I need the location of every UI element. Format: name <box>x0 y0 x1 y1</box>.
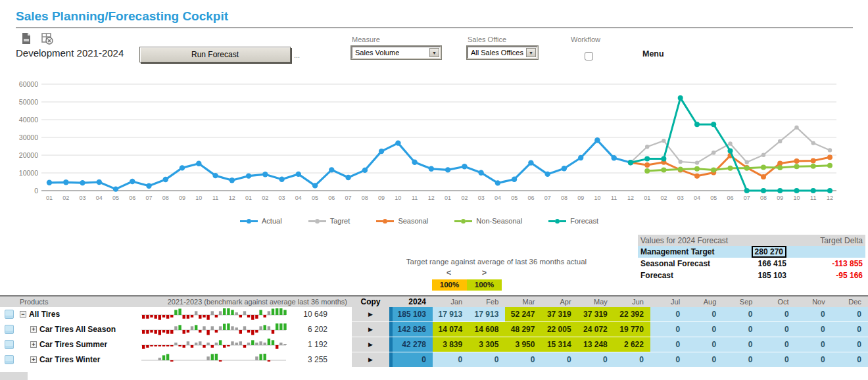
month-value-cell-mar[interactable]: 0 <box>505 352 541 367</box>
collapse-toggle[interactable]: − <box>20 311 26 318</box>
month-value-cell-jul[interactable]: 0 <box>650 337 687 352</box>
month-value-cell-feb[interactable]: 3 305 <box>469 337 505 352</box>
month-value-cell-feb[interactable]: 17 913 <box>469 307 505 321</box>
data-point <box>429 166 434 172</box>
chevron-down-icon[interactable]: ▼ <box>429 48 439 57</box>
less-than-arrow[interactable]: < <box>446 268 451 277</box>
sheet-icon[interactable] <box>5 310 14 319</box>
document-icon[interactable] <box>20 32 32 45</box>
forecast-row-value[interactable]: 280 270 <box>739 247 786 256</box>
month-value-cell-dec[interactable]: 0 <box>832 352 868 367</box>
copy-button[interactable]: ▶ <box>352 352 389 367</box>
chevron-down-icon[interactable]: ▼ <box>526 48 536 57</box>
month-value-cell-feb[interactable]: 14 608 <box>469 322 505 337</box>
month-value-cell-nov[interactable]: 0 <box>796 322 832 337</box>
month-value-cell-aug[interactable]: 0 <box>687 322 723 337</box>
forecast-panel-title: Values for 2024 Forecast <box>640 236 728 245</box>
month-value-cell-dec[interactable]: 0 <box>832 307 868 321</box>
month-value-cell-jul[interactable]: 0 <box>650 352 687 367</box>
sheet-icon[interactable] <box>5 325 14 334</box>
sheet-icon[interactable] <box>5 340 14 349</box>
month-value-cell-feb[interactable]: 0 <box>469 352 505 367</box>
legend-label: Actual <box>262 217 282 225</box>
month-value-cell-sep[interactable]: 0 <box>723 322 759 337</box>
month-value-cell-apr[interactable]: 0 <box>541 352 577 367</box>
measure-select[interactable]: Sales Volume ▼ <box>351 46 441 59</box>
month-value-cell-apr[interactable]: 37 319 <box>541 307 577 321</box>
month-value-cell-jan[interactable]: 0 <box>433 352 469 367</box>
month-value-cell-sep[interactable]: 0 <box>723 307 759 321</box>
data-point <box>478 170 483 176</box>
target-range-lower-cell[interactable]: 100% <box>432 279 467 291</box>
forecast-row-value[interactable]: 166 415 <box>739 259 786 268</box>
month-value-cell-jun[interactable]: 2 622 <box>614 337 650 352</box>
copy-button[interactable]: ▶ <box>352 307 389 321</box>
month-value-cell-jan[interactable]: 17 913 <box>433 307 469 321</box>
x-axis-tick: 03 <box>80 195 86 201</box>
expand-toggle[interactable]: + <box>30 356 37 363</box>
month-value-cell-jan[interactable]: 3 839 <box>433 337 469 352</box>
year-total-cell[interactable]: 42 278 <box>389 337 433 352</box>
month-value-cell-nov[interactable]: 0 <box>796 307 832 321</box>
month-value-cell-nov[interactable]: 0 <box>796 352 832 367</box>
target-range-upper-cell[interactable]: 100% <box>467 279 502 291</box>
sheet-icon[interactable] <box>5 355 14 364</box>
run-forecast-button[interactable]: Run Forecast <box>139 47 291 62</box>
planning-table-header: Products 2021-2023 (benchmark against av… <box>0 295 868 307</box>
month-value-cell-apr[interactable]: 15 314 <box>541 337 577 352</box>
month-value-cell-nov[interactable]: 0 <box>796 337 832 352</box>
copy-button[interactable]: ▶ <box>352 337 389 352</box>
data-point <box>711 122 716 127</box>
data-point <box>745 160 749 164</box>
sparkline-cell <box>140 337 289 352</box>
month-value-cell-sep[interactable]: 0 <box>723 352 759 367</box>
expand-toggle[interactable]: + <box>30 341 37 348</box>
month-value-cell-oct[interactable]: 0 <box>759 352 795 367</box>
month-value-cell-may[interactable]: 0 <box>578 352 614 367</box>
workflow-checkbox[interactable] <box>585 52 593 60</box>
month-value-cell-oct[interactable]: 0 <box>759 322 795 337</box>
month-value-cell-mar[interactable]: 52 247 <box>505 307 541 321</box>
month-value-cell-mar[interactable]: 3 950 <box>505 337 541 352</box>
x-axis-tick: 05 <box>312 195 318 201</box>
month-value-cell-may[interactable]: 24 072 <box>578 322 614 337</box>
expand-toggle[interactable]: + <box>30 326 37 333</box>
x-axis-tick: 12 <box>428 195 435 201</box>
month-value-cell-mar[interactable]: 48 297 <box>505 322 541 337</box>
selected-cell[interactable]: 280 270 <box>752 246 786 258</box>
year-header: 2024 <box>389 297 433 307</box>
greater-than-arrow[interactable]: > <box>482 268 487 277</box>
month-value-cell-jun[interactable]: 22 392 <box>614 307 650 321</box>
year-total-cell[interactable]: 185 103 <box>389 307 433 321</box>
sales-office-select[interactable]: All Sales Offices ▼ <box>467 46 538 59</box>
year-total-cell[interactable]: 0 <box>389 352 433 367</box>
forecast-row-value[interactable]: 185 103 <box>739 271 786 280</box>
month-value-cell-may[interactable]: 13 248 <box>578 337 614 352</box>
table-delete-icon[interactable] <box>41 32 53 45</box>
data-point <box>794 126 798 130</box>
month-value-cell-jul[interactable]: 0 <box>650 322 687 337</box>
month-value-cell-may[interactable]: 37 319 <box>578 307 614 321</box>
copy-button[interactable]: ▶ <box>352 322 389 337</box>
sparkline-cell <box>140 352 289 367</box>
month-value-cell-jan[interactable]: 14 074 <box>433 322 469 337</box>
month-value-cell-aug[interactable]: 0 <box>687 352 723 367</box>
month-value-cell-aug[interactable]: 0 <box>687 307 723 321</box>
month-header-feb: Feb <box>469 297 505 307</box>
month-value-cell-sep[interactable]: 0 <box>723 337 759 352</box>
data-point <box>828 148 832 152</box>
month-value-cell-dec[interactable]: 0 <box>832 322 868 337</box>
month-value-cell-jul[interactable]: 0 <box>650 307 687 321</box>
month-value-cell-aug[interactable]: 0 <box>687 337 723 352</box>
month-value-cell-oct[interactable]: 0 <box>759 337 795 352</box>
month-value-cell-jun[interactable]: 19 770 <box>614 322 650 337</box>
month-value-cell-oct[interactable]: 0 <box>759 307 795 321</box>
legend-item-actual: Actual <box>240 217 282 225</box>
year-total-cell[interactable]: 142 826 <box>389 322 433 337</box>
product-name-cell: + Car Tires Winter <box>18 352 140 367</box>
month-value-cell-dec[interactable]: 0 <box>832 337 868 352</box>
menu-button[interactable]: Menu <box>642 49 664 59</box>
x-axis-tick: 11 <box>611 195 617 201</box>
month-value-cell-jun[interactable]: 0 <box>614 352 650 367</box>
month-value-cell-apr[interactable]: 22 005 <box>541 322 577 337</box>
